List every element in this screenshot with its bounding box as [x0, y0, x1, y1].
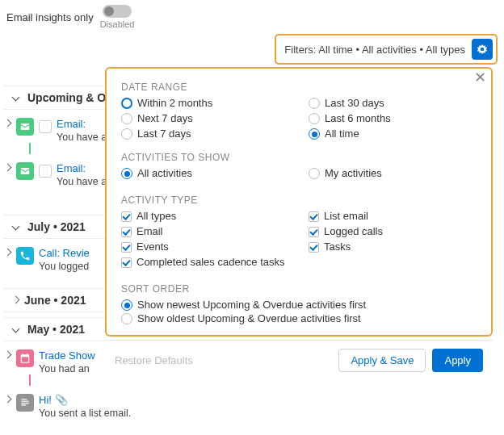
timeline-item-hi[interactable]: Hi! 📎 You sent a list email.	[3, 391, 205, 419]
chevron-right-icon	[13, 295, 21, 306]
radio-icon	[121, 113, 132, 124]
activity-type-option[interactable]: List email	[309, 209, 477, 223]
item-title: Call: Revie	[39, 247, 90, 259]
panel-footer: Restore Defaults Apply & Save Apply	[105, 340, 493, 380]
radio-icon	[121, 98, 132, 109]
item-title: Hi!	[39, 394, 52, 406]
email-insights-toggle[interactable]	[103, 5, 132, 18]
date-range-option[interactable]: Next 7 days	[121, 111, 289, 125]
option-label: Email	[136, 225, 163, 237]
checkbox-icon	[121, 211, 132, 222]
timeline-connector	[29, 374, 31, 386]
option-label: All types	[136, 210, 176, 222]
chevron-right-icon	[5, 349, 13, 361]
activity-type-option[interactable]: Events	[121, 240, 289, 253]
checkbox-icon	[309, 211, 319, 222]
filter-bar: Filters: All time • All activities • All…	[275, 34, 498, 65]
item-sub: You logged	[39, 261, 90, 272]
chevron-down-icon	[11, 324, 23, 335]
complete-checkbox[interactable]	[39, 120, 52, 133]
item-sub: You have an	[57, 176, 112, 187]
filter-summary: Filters: All time • All activities • All…	[284, 44, 465, 56]
attachment-icon: 📎	[55, 394, 68, 406]
activity-type-heading: ACTIVITY TYPE	[121, 194, 477, 206]
timeline-connector	[29, 143, 31, 154]
group-title: Upcoming & O	[27, 91, 106, 104]
activities-option[interactable]: My activities	[309, 166, 477, 180]
option-label: List email	[324, 210, 368, 222]
option-label: Last 7 days	[137, 128, 191, 140]
radio-icon	[309, 168, 320, 179]
gear-icon	[476, 43, 489, 56]
checkbox-icon	[309, 227, 319, 237]
item-title: Trade Show	[39, 349, 95, 362]
radio-icon	[121, 299, 132, 311]
radio-icon	[309, 128, 320, 140]
radio-icon	[121, 128, 132, 140]
option-label: Last 30 days	[325, 97, 384, 109]
item-sub: You have an	[57, 132, 112, 143]
chevron-right-icon	[5, 247, 13, 258]
option-label: Next 7 days	[137, 112, 193, 124]
date-range-option[interactable]: Within 2 months	[121, 96, 289, 110]
option-label: All activities	[137, 167, 192, 179]
option-label: Completed sales cadence tasks	[136, 256, 285, 268]
option-label: Show oldest Upcoming & Overdue activitie…	[137, 312, 361, 324]
date-range-option[interactable]: Last 30 days	[309, 96, 477, 110]
sort-option[interactable]: Show newest Upcoming & Overdue activitie…	[121, 298, 477, 312]
item-sub: You sent a list email.	[39, 408, 131, 419]
date-range-option[interactable]: Last 7 days	[121, 127, 289, 140]
close-button[interactable]: ✕	[474, 69, 486, 86]
email-insights-row: Email insights only Disabled	[0, 0, 504, 34]
filter-settings-button[interactable]	[472, 39, 493, 60]
checkbox-icon	[121, 242, 132, 253]
option-label: Logged calls	[324, 225, 383, 237]
item-title: Email:	[57, 162, 112, 174]
complete-checkbox[interactable]	[39, 165, 52, 178]
radio-icon	[309, 113, 320, 124]
email-icon	[16, 162, 34, 180]
date-range-option[interactable]: All time	[309, 127, 477, 140]
option-label: Last 6 months	[325, 112, 391, 124]
chevron-down-icon	[11, 92, 23, 103]
option-label: All time	[325, 128, 359, 140]
activities-option[interactable]: All activities	[121, 166, 289, 180]
checkbox-icon	[309, 242, 319, 253]
item-sub: You had an	[39, 363, 95, 374]
group-title: July • 2021	[27, 220, 86, 233]
activity-type-option[interactable]: All types	[121, 209, 289, 223]
apply-button[interactable]: Apply	[432, 349, 483, 372]
checkbox-icon	[121, 227, 132, 237]
group-title: June • 2021	[24, 294, 86, 307]
date-range-option[interactable]: Last 6 months	[309, 111, 477, 125]
filter-panel: ✕ DATE RANGE Within 2 months Next 7 days…	[105, 67, 493, 380]
item-title: Email:	[57, 118, 112, 130]
sort-option[interactable]: Show oldest Upcoming & Overdue activitie…	[121, 312, 477, 325]
activity-type-option[interactable]: Email	[121, 224, 289, 238]
option-label: My activities	[325, 167, 382, 179]
option-label: Events	[136, 241, 169, 253]
option-label: Tasks	[324, 241, 351, 253]
sort-heading: SORT ORDER	[121, 283, 477, 295]
chevron-right-icon	[5, 394, 13, 405]
option-label: Within 2 months	[137, 97, 212, 109]
event-icon	[16, 349, 34, 367]
group-title: May • 2021	[27, 323, 85, 336]
toggle-state: Disabled	[100, 19, 135, 29]
radio-icon	[309, 98, 320, 109]
activity-type-option[interactable]: Logged calls	[309, 224, 477, 238]
radio-icon	[121, 168, 132, 179]
activity-type-option[interactable]: Tasks	[309, 240, 477, 253]
email-icon	[16, 118, 34, 136]
chevron-down-icon	[11, 221, 23, 232]
checkbox-icon	[121, 257, 132, 268]
apply-save-button[interactable]: Apply & Save	[338, 349, 426, 372]
call-icon	[16, 247, 34, 265]
chevron-right-icon	[5, 118, 13, 129]
activities-heading: ACTIVITIES TO SHOW	[121, 152, 477, 163]
date-range-heading: DATE RANGE	[121, 82, 477, 93]
option-label: Show newest Upcoming & Overdue activitie…	[137, 299, 366, 311]
activity-type-option[interactable]: Completed sales cadence tasks	[121, 255, 289, 269]
list-email-icon	[16, 394, 34, 412]
restore-defaults-button[interactable]: Restore Defaults	[115, 354, 332, 366]
